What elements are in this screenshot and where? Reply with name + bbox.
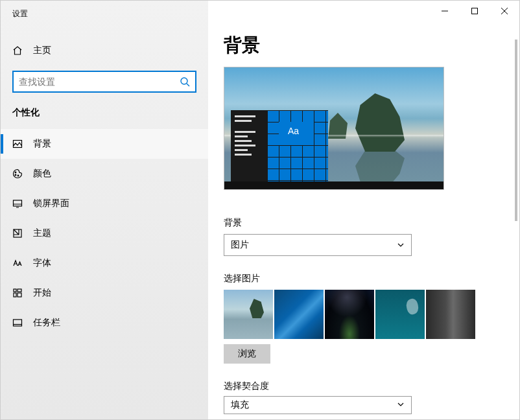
choose-picture-label: 选择图片 (224, 273, 504, 285)
search-box[interactable] (12, 71, 196, 93)
picture-thumb[interactable] (274, 290, 324, 339)
scrollbar-thumb[interactable] (515, 40, 517, 221)
app-title: 设置 (12, 8, 28, 19)
window-controls (430, 1, 519, 21)
picture-thumb[interactable] (224, 290, 273, 339)
minimize-button[interactable] (430, 1, 460, 21)
svg-rect-11 (14, 320, 22, 326)
search-icon (180, 76, 190, 87)
font-icon (12, 258, 23, 268)
preview-start-menu: Aa (231, 110, 328, 181)
sidebar-item-lockscreen[interactable]: 锁屏界面 (1, 189, 208, 218)
close-button[interactable] (490, 1, 519, 21)
sidebar-item-label: 字体 (33, 257, 51, 269)
main-content: 背景 Aa 背景 图片 选择图片 (208, 1, 519, 419)
preview-start-left (231, 110, 267, 181)
chevron-down-icon (397, 241, 405, 249)
background-type-label: 背景 (224, 217, 504, 229)
minimize-icon (442, 8, 448, 14)
maximize-icon (471, 8, 478, 14)
sidebar-item-themes[interactable]: 主题 (1, 218, 208, 248)
lockscreen-icon (12, 198, 23, 209)
sidebar-item-label: 主题 (33, 228, 51, 239)
search-input[interactable] (19, 76, 180, 87)
theme-icon (12, 228, 23, 239)
sidebar-item-label: 锁屏界面 (33, 198, 69, 209)
nav: 背景 颜色 锁屏界面 主题 字体 开始 任务栏 (1, 129, 208, 338)
sidebar-item-label: 颜色 (33, 168, 51, 180)
picture-thumbnails (224, 290, 504, 339)
dropdown-value: 图片 (231, 239, 249, 251)
dropdown-value: 填充 (231, 399, 249, 411)
scrollbar[interactable] (514, 40, 518, 406)
sidebar-item-label: 开始 (33, 287, 51, 299)
svg-point-2 (15, 172, 16, 173)
svg-rect-9 (14, 293, 16, 297)
fit-label: 选择契合度 (224, 380, 504, 392)
svg-rect-10 (18, 293, 21, 297)
preview-scenery (355, 93, 405, 152)
svg-rect-5 (14, 200, 22, 206)
svg-point-0 (181, 78, 187, 84)
sidebar: 设置 主页 个性化 背景 颜色 锁屏界面 (1, 1, 208, 419)
sidebar-item-label: 背景 (33, 138, 51, 150)
sidebar-item-colors[interactable]: 颜色 (1, 159, 208, 189)
page-title: 背景 (224, 33, 504, 58)
svg-point-4 (18, 175, 19, 176)
picture-thumb[interactable] (426, 290, 475, 339)
titlebar: 设置 (1, 1, 208, 27)
sidebar-item-background[interactable]: 背景 (1, 129, 208, 159)
home-icon (12, 45, 23, 56)
browse-label: 浏览 (238, 348, 256, 358)
preview-taskbar (224, 181, 443, 189)
svg-rect-7 (14, 289, 16, 292)
home-button[interactable]: 主页 (1, 38, 208, 63)
chevron-down-icon (397, 400, 405, 410)
sidebar-item-start[interactable]: 开始 (1, 278, 208, 308)
browse-button[interactable]: 浏览 (224, 344, 270, 364)
search-wrap (12, 71, 196, 93)
home-label: 主页 (33, 45, 51, 56)
sidebar-item-label: 任务栏 (33, 317, 60, 329)
palette-icon (12, 169, 23, 179)
sidebar-item-taskbar[interactable]: 任务栏 (1, 308, 208, 338)
taskbar-icon (12, 318, 23, 328)
svg-rect-8 (18, 289, 21, 292)
picture-thumb[interactable] (325, 290, 374, 339)
picture-thumb[interactable] (375, 290, 425, 339)
preview-aa-text: Aa (288, 126, 299, 136)
maximize-button[interactable] (460, 1, 490, 21)
svg-point-3 (15, 174, 16, 176)
sidebar-item-fonts[interactable]: 字体 (1, 248, 208, 278)
category-label: 个性化 (1, 104, 208, 129)
background-preview: Aa (224, 67, 444, 190)
close-icon (501, 8, 508, 14)
svg-rect-12 (472, 8, 478, 14)
preview-start-tiles: Aa (267, 110, 328, 181)
background-type-dropdown[interactable]: 图片 (224, 234, 412, 256)
picture-icon (12, 139, 23, 149)
start-icon (12, 288, 23, 298)
fit-dropdown[interactable]: 填充 (224, 396, 412, 414)
